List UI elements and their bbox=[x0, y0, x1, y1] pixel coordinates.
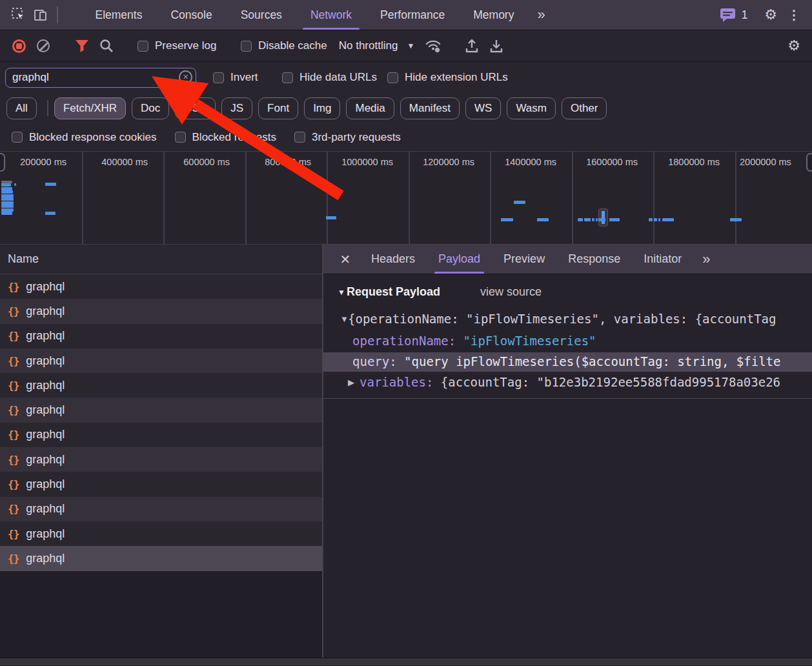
search-network-button[interactable] bbox=[94, 39, 119, 53]
detail-tab[interactable]: Preview bbox=[492, 245, 556, 274]
toolbar-divider bbox=[57, 6, 58, 23]
detail-tab-label: Preview bbox=[503, 252, 545, 266]
detail-tab[interactable]: Payload bbox=[427, 245, 492, 274]
timeline-tick-label: 1000000 ms bbox=[325, 157, 393, 167]
type-filter-chip[interactable]: Manifest bbox=[400, 97, 460, 119]
network-conditions-button[interactable] bbox=[421, 38, 445, 54]
chip-label: CSS bbox=[184, 102, 207, 115]
type-filter-chip[interactable]: Wasm bbox=[507, 97, 556, 119]
clear-filter-icon[interactable]: ✕ bbox=[179, 70, 192, 84]
more-detail-tabs-button[interactable]: » bbox=[693, 245, 718, 274]
request-row[interactable]: {} graphql bbox=[0, 324, 322, 348]
request-row[interactable]: {} graphql bbox=[0, 497, 322, 521]
request-row[interactable]: {} graphql bbox=[0, 423, 322, 447]
preserve-log-checkbox[interactable] bbox=[137, 41, 148, 52]
devtools-tab-bar: Elements Console Sources Network Perform… bbox=[81, 0, 529, 30]
type-filter-chip[interactable]: Other bbox=[562, 97, 607, 119]
request-row[interactable]: {} graphql bbox=[0, 472, 322, 496]
network-settings-cluster: ⚙ bbox=[769, 37, 806, 54]
type-filter-chips: All Fetch/XHR Doc CSS JS Font Img Media … bbox=[0, 93, 812, 123]
advanced-filters-row: Blocked response cookies Blocked request… bbox=[0, 123, 812, 152]
advanced-filter-checkbox[interactable] bbox=[294, 132, 305, 143]
payload-divider bbox=[323, 398, 812, 399]
invert-label: Invert bbox=[230, 71, 258, 84]
request-row[interactable]: {} graphql bbox=[0, 299, 322, 323]
request-name: graphql bbox=[26, 527, 65, 541]
collapse-caret-icon[interactable]: ▶ bbox=[348, 378, 354, 387]
invert-checkbox[interactable] bbox=[213, 72, 224, 83]
throttling-dropdown[interactable]: No throttling ▼ bbox=[332, 39, 421, 52]
clear-network-log-button[interactable] bbox=[31, 39, 56, 52]
hide-data-urls-checkbox[interactable] bbox=[282, 72, 293, 83]
search-icon bbox=[99, 39, 114, 53]
issues-chat-icon bbox=[720, 8, 736, 23]
type-filter-chip[interactable]: JS bbox=[221, 97, 252, 119]
type-filter-chip[interactable]: All bbox=[6, 97, 37, 119]
tab-label: Performance bbox=[380, 8, 445, 22]
more-options-menu-icon[interactable]: ⋮ bbox=[782, 7, 806, 23]
close-detail-icon[interactable]: ✕ bbox=[331, 245, 360, 274]
hide-extension-urls-checkbox[interactable] bbox=[387, 72, 398, 83]
devtools-tab[interactable]: Network bbox=[296, 0, 366, 30]
view-source-link[interactable]: view source bbox=[480, 285, 542, 299]
devtools-tab[interactable]: Sources bbox=[227, 0, 296, 30]
chip-label: WS bbox=[474, 102, 492, 115]
name-column-header[interactable]: Name bbox=[0, 245, 322, 274]
network-request-bar bbox=[662, 218, 674, 221]
request-name: graphql bbox=[26, 280, 65, 294]
payload-query-line-selected[interactable]: query: "query ipFlowTimeseries($accountT… bbox=[323, 352, 812, 372]
network-toolbar: Preserve log Disable cache No throttling… bbox=[0, 30, 812, 62]
detail-tab[interactable]: Headers bbox=[360, 245, 427, 274]
disable-cache-checkbox[interactable] bbox=[241, 41, 252, 52]
detail-tab[interactable]: Initiator bbox=[632, 245, 693, 274]
chip-label: Doc bbox=[141, 102, 160, 115]
network-settings-gear-icon[interactable]: ⚙ bbox=[782, 37, 806, 54]
payload-variables-line[interactable]: variables: {accountTag: "b12e3b2192ee558… bbox=[360, 375, 812, 389]
request-row[interactable]: {} graphql bbox=[0, 521, 322, 546]
detail-tab-label: Response bbox=[568, 252, 620, 266]
request-row[interactable]: {} graphql bbox=[0, 546, 322, 570]
issues-counter[interactable]: 1 bbox=[720, 8, 747, 23]
network-request-bar bbox=[609, 218, 620, 221]
chip-label: Other bbox=[571, 102, 598, 115]
request-row[interactable]: {} graphql bbox=[0, 373, 322, 398]
type-filter-chip[interactable]: WS bbox=[465, 97, 501, 119]
network-request-bar bbox=[514, 201, 525, 204]
settings-gear-icon[interactable]: ⚙ bbox=[759, 6, 782, 23]
timeline-tick-label: 2000000 ms bbox=[740, 157, 808, 167]
devtools-tab[interactable]: Memory bbox=[459, 0, 528, 30]
request-row[interactable]: {} graphql bbox=[0, 274, 322, 299]
payload-root-preview[interactable]: {operationName: "ipFlowTimeseries", vari… bbox=[348, 312, 812, 326]
export-har-button[interactable] bbox=[484, 39, 509, 54]
type-filter-chip[interactable]: CSS bbox=[175, 97, 216, 119]
type-filter-chip[interactable]: Img bbox=[304, 97, 340, 119]
detail-tabs-bar: ✕ Headers Payload Preview bbox=[323, 245, 812, 274]
advanced-filter-label: Blocked requests bbox=[192, 131, 276, 144]
devtools-tab[interactable]: Performance bbox=[366, 0, 459, 30]
type-filter-chip[interactable]: Doc bbox=[132, 97, 169, 119]
request-row[interactable]: {} graphql bbox=[0, 398, 322, 422]
filter-input[interactable] bbox=[5, 68, 196, 88]
request-row[interactable]: {} graphql bbox=[0, 447, 322, 472]
filter-toggle-button[interactable] bbox=[70, 39, 94, 53]
timeline-overview[interactable]: 200000 ms400000 ms600000 ms800000 ms1000… bbox=[0, 152, 812, 245]
expand-caret-icon[interactable]: ▼ bbox=[340, 314, 349, 324]
devtools-tab[interactable]: Console bbox=[156, 0, 226, 30]
type-filter-chip[interactable]: Fetch/XHR bbox=[54, 97, 126, 119]
advanced-filter-checkbox[interactable] bbox=[12, 132, 23, 143]
devtools-tab[interactable]: Elements bbox=[81, 0, 157, 30]
advanced-filter-group: Blocked response cookies bbox=[6, 131, 170, 144]
more-tabs-button[interactable]: » bbox=[528, 0, 553, 30]
import-har-button[interactable] bbox=[460, 39, 484, 54]
detail-tab[interactable]: Response bbox=[556, 245, 632, 274]
preserve-log-label: Preserve log bbox=[155, 39, 216, 52]
record-network-log-button[interactable] bbox=[6, 39, 31, 53]
section-caret-icon[interactable]: ▼ bbox=[338, 288, 345, 297]
request-row[interactable]: {} graphql bbox=[0, 348, 322, 373]
inspect-element-icon[interactable] bbox=[8, 0, 30, 30]
type-filter-chip[interactable]: Media bbox=[346, 97, 394, 119]
type-filter-chip[interactable]: Font bbox=[258, 97, 298, 119]
funnel-icon bbox=[75, 39, 89, 53]
advanced-filter-checkbox[interactable] bbox=[175, 132, 186, 143]
device-toolbar-icon[interactable] bbox=[30, 0, 52, 30]
